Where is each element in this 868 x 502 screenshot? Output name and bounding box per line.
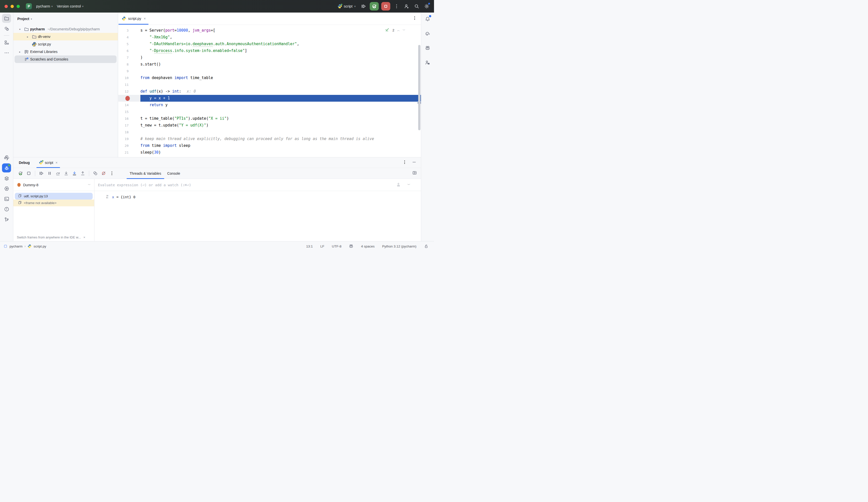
robot-icon[interactable] [423,43,432,52]
breakpoint-icon[interactable] [125,96,130,101]
tree-item-scratches-and-consoles[interactable]: Scratches and Consoles [13,55,118,63]
mute-breakpoints-button[interactable] [100,170,107,177]
line-number[interactable]: 11 [118,81,141,88]
thread-selector[interactable]: Dummy-8 ﹀ [13,179,94,191]
debug-session-tab[interactable]: script × [37,157,60,168]
close-icon[interactable]: × [144,17,146,21]
more-h-icon[interactable] [2,48,11,57]
kebab-icon[interactable] [402,160,407,165]
chevron-right-icon[interactable]: ▸ [24,35,31,38]
rerun-debugger-button[interactable] [17,170,24,177]
line-number[interactable]: 20 [118,142,141,149]
add-watch-icon[interactable] [396,182,401,188]
write-access-icon[interactable] [424,244,428,249]
line-number[interactable]: 12 [118,88,141,95]
step-out-button[interactable] [79,170,87,177]
inspection-widget[interactable]: 2 ︿ ﹀ [385,27,405,33]
commit-icon[interactable]: ? [2,24,11,33]
stop-process-button[interactable] [25,170,33,177]
window-controls[interactable] [4,5,20,8]
line-number[interactable]: 7 [118,54,141,61]
structure-icon[interactable] [2,38,11,47]
line-number[interactable]: 5 [118,41,141,48]
view-breakpoints-button[interactable] [92,170,99,177]
pause-program-button[interactable] [46,170,53,177]
line-number[interactable]: 6 [118,48,141,54]
problems-icon[interactable] [2,205,11,213]
evaluate-expression-bar[interactable]: Evaluate expression (⏎) or add a watch (… [94,179,421,191]
frame-row[interactable]: <frame not available> [13,200,94,206]
run-icon[interactable] [2,184,11,193]
ai-status-icon[interactable] [349,244,353,249]
chevron-up-icon[interactable]: ︿ [397,28,400,32]
tab-threads-variables[interactable]: Threads & Variables [127,168,164,179]
code-with-me-icon[interactable] [423,58,432,67]
line-number[interactable]: 3 [118,27,141,34]
tree-item-external-libraries[interactable]: ▸External Libraries [13,48,118,55]
breadcrumb-item[interactable]: pycharm [10,244,23,248]
status-caret-position[interactable]: 13:1 [306,244,313,248]
line-number[interactable]: 4 [118,34,141,41]
breadcrumb-item[interactable]: script.py [34,244,46,248]
more-debug-actions-button[interactable] [108,170,116,177]
project-panel-header[interactable]: Project▾ [13,12,118,23]
stop-button-button[interactable] [381,2,390,11]
chevron-down-icon[interactable]: ﹀ [403,28,405,32]
resume-program-button[interactable] [38,170,45,177]
tree-item-dh-venv[interactable]: ▸dh-venv [13,33,118,40]
editor-options-kebab-icon[interactable] [412,16,417,21]
layout-settings-icon[interactable] [412,170,417,176]
line-number[interactable]: 16 [118,115,141,122]
line-number[interactable]: 18 [118,129,141,136]
tree-item-pycharm[interactable]: ▾pycharm~/Documents/Debug/pip/pycharm [13,25,118,33]
close-icon[interactable]: × [55,161,58,165]
line-number[interactable]: 14 [118,102,141,108]
tree-item-script-py[interactable]: script.py [13,40,118,48]
pycharm-logo[interactable]: P [26,3,32,9]
close-icon[interactable]: × [83,236,85,239]
status-line-separator[interactable]: LF [320,244,324,248]
rerun-debugger-button-button[interactable] [370,2,379,11]
line-number[interactable]: 9 [118,68,141,75]
more-button-icon[interactable] [393,2,400,10]
debugger-icon[interactable] [2,164,11,172]
step-over-button[interactable] [54,170,62,177]
line-number[interactable]: 15 [118,108,141,115]
status-encoding[interactable]: UTF-8 [332,244,341,248]
chevron-right-icon[interactable]: ▸ [17,51,23,53]
breadcrumb[interactable]: pycharm›script.py [3,244,46,248]
force-step-into-button[interactable] [71,170,79,177]
line-number[interactable]: 10 [118,75,141,81]
chevron-down-icon[interactable]: ▾ [17,28,23,31]
frame-row[interactable]: udf, script.py:13 [13,193,94,200]
code-with-me-button-icon[interactable] [403,2,410,10]
minimize-icon[interactable] [412,160,416,165]
vcs-menu[interactable]: Version control▾ [55,3,85,10]
zoom-window-button[interactable] [17,5,20,8]
line-number[interactable]: 19 [118,136,141,142]
search-everywhere-button-icon[interactable] [413,2,421,10]
settings-button-icon[interactable] [423,2,431,10]
status-interpreter[interactable]: Python 3.12 (pycharm) [382,244,416,248]
code-area[interactable]: 3s = Server(port=10000, jvm_args=[4 "-Xm… [118,25,421,157]
variable-row[interactable]: 1001 x = {int} 0 [94,191,421,200]
editor-scrollbar[interactable] [417,25,421,157]
close-window-button[interactable] [4,5,8,8]
minimize-window-button[interactable] [11,5,14,8]
tab-console[interactable]: Console [164,168,183,179]
ai-assistant-icon[interactable] [423,29,432,38]
resume-button-icon[interactable] [360,2,367,10]
folder-icon[interactable] [2,14,11,23]
services-icon[interactable] [2,174,11,183]
tab-script-py[interactable]: script.py × [118,12,149,24]
python-packages-icon[interactable] [2,153,11,162]
scrollbar-thumb[interactable] [418,45,421,130]
line-number[interactable]: 17 [118,122,141,129]
breakpoint-gutter[interactable] [118,95,141,102]
git-icon[interactable] [2,215,11,224]
terminal-icon[interactable] [2,194,11,203]
bell-icon[interactable] [423,14,432,23]
line-number[interactable]: 21 [118,149,141,156]
chev-down-icon[interactable]: ﹀ [407,183,410,187]
step-into-button[interactable] [63,170,70,177]
